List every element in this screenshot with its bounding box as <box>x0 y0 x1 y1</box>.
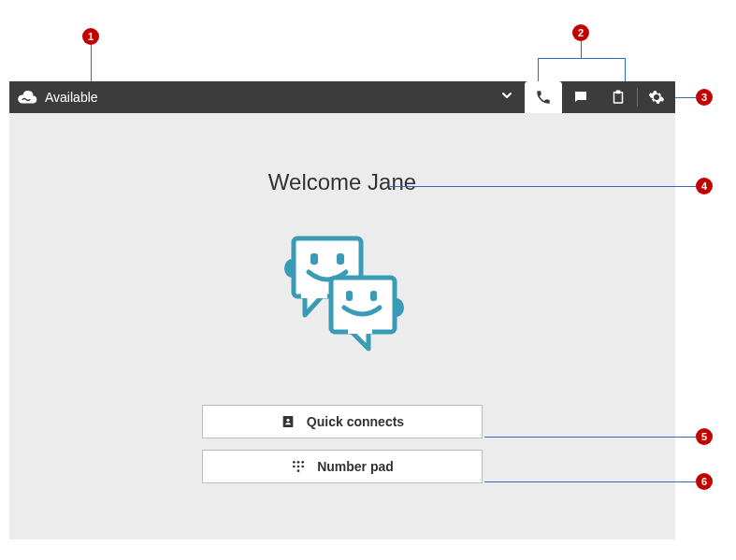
svg-point-13 <box>297 461 300 464</box>
annotation-line <box>484 481 696 482</box>
svg-rect-7 <box>348 326 372 334</box>
cloud-status-icon <box>17 90 37 105</box>
quick-connects-button[interactable]: Quick connects <box>202 405 483 438</box>
phone-tab[interactable] <box>525 81 562 113</box>
annotation-line <box>675 97 696 98</box>
chat-tab[interactable] <box>562 81 599 113</box>
annotation-line <box>91 45 92 81</box>
header-bar: Available <box>9 81 675 113</box>
annotation-badge-1: 1 <box>82 28 99 45</box>
svg-point-17 <box>301 466 304 468</box>
app-panel: Available <box>9 81 675 539</box>
number-pad-button[interactable]: Number pad <box>202 450 483 483</box>
annotation-line <box>390 186 696 187</box>
svg-rect-3 <box>310 253 318 265</box>
contacts-icon <box>281 414 296 429</box>
chat-illustration <box>277 233 408 358</box>
annotation-badge-2: 2 <box>572 24 589 41</box>
number-pad-label: Number pad <box>317 459 394 474</box>
phone-icon <box>535 89 552 106</box>
svg-point-15 <box>293 466 296 468</box>
quick-connects-label: Quick connects <box>307 414 404 429</box>
clipboard-icon <box>610 89 627 106</box>
status-dropdown-toggle[interactable] <box>500 89 525 106</box>
welcome-text: Welcome Jane <box>268 169 416 195</box>
settings-tab[interactable] <box>638 81 675 113</box>
tasks-tab[interactable] <box>599 81 637 113</box>
annotation-badge-5: 5 <box>696 428 713 445</box>
header-tabs <box>525 81 675 113</box>
annotation-line <box>484 437 696 438</box>
svg-point-16 <box>297 466 300 468</box>
status-area[interactable]: Available <box>9 90 500 105</box>
svg-rect-10 <box>283 416 294 427</box>
svg-rect-4 <box>337 253 344 265</box>
svg-point-12 <box>293 461 296 464</box>
svg-point-11 <box>286 419 289 422</box>
annotation-badge-3: 3 <box>696 89 713 106</box>
annotation-line <box>581 41 582 58</box>
svg-point-14 <box>301 461 304 464</box>
annotation-badge-4: 4 <box>696 178 713 194</box>
gear-icon <box>648 89 665 106</box>
chat-icon <box>572 89 589 106</box>
annotation-line <box>625 58 626 81</box>
dialpad-icon <box>291 459 306 474</box>
annotation-line <box>538 58 625 59</box>
svg-rect-6 <box>331 278 395 332</box>
annotation-badge-6: 6 <box>696 473 713 490</box>
svg-point-18 <box>297 469 300 472</box>
annotation-line <box>538 58 539 81</box>
chevron-down-icon <box>500 89 513 106</box>
svg-rect-2 <box>301 291 327 298</box>
svg-rect-8 <box>346 291 353 301</box>
svg-rect-9 <box>370 291 377 301</box>
status-label: Available <box>45 90 98 105</box>
